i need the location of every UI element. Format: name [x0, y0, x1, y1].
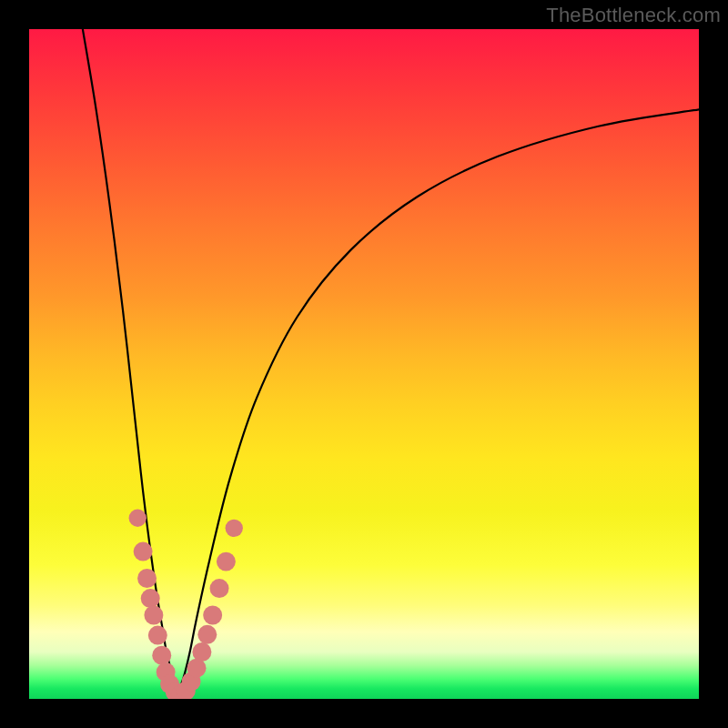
curve-svg: [29, 29, 699, 699]
watermark-text: TheBottleneck.com: [546, 4, 721, 27]
chart-frame: TheBottleneck.com: [0, 0, 728, 728]
bead-dot: [197, 625, 217, 644]
bead-dot: [217, 552, 236, 571]
bead-dot: [137, 569, 157, 588]
bead-dot: [152, 646, 171, 665]
bead-dot: [134, 542, 153, 561]
bead-dot: [203, 606, 222, 625]
curve-right-branch: [177, 109, 699, 695]
bead-dot: [129, 510, 147, 527]
bead-dot: [226, 520, 243, 537]
bead-dot: [192, 642, 211, 662]
plot-area: [29, 29, 699, 699]
bead-dot: [148, 626, 167, 645]
bead-dot: [210, 579, 229, 598]
bead-dot: [141, 589, 160, 608]
bead-dot: [144, 606, 163, 625]
curve-left-branch: [83, 29, 177, 695]
